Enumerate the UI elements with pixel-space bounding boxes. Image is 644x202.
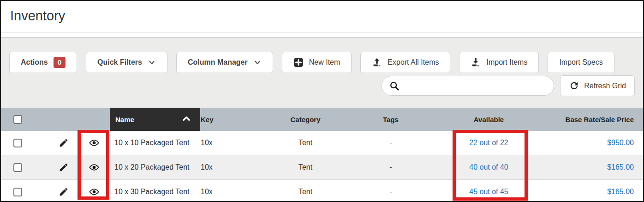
refresh-grid-button[interactable]: Refresh Grid — [560, 75, 635, 96]
cell-key: 10x — [200, 131, 259, 155]
row-select-cell — [1, 155, 49, 180]
actions-count-badge: 0 — [54, 57, 66, 68]
view-eye-icon[interactable] — [89, 187, 99, 197]
title-bar: Inventory — [1, 1, 643, 33]
column-manager-label: Column Manager — [188, 58, 248, 67]
import-specs-button[interactable]: Import Specs — [548, 52, 614, 73]
quick-filters-label: Quick Filters — [97, 58, 142, 67]
column-header-name[interactable]: Name — [110, 108, 200, 131]
page-title: Inventory — [10, 8, 65, 23]
row-edit-cell — [49, 131, 78, 155]
import-items-label: Import Items — [486, 58, 527, 67]
price-link[interactable]: $165.00 — [607, 188, 634, 196]
column-header-name-label: Name — [115, 116, 134, 123]
sort-ascending-icon — [182, 114, 191, 123]
row-view-cell — [78, 131, 110, 155]
plus-square-icon — [293, 57, 304, 67]
cell-category: Tent — [259, 180, 352, 202]
column-manager-button[interactable]: Column Manager — [176, 52, 273, 73]
view-eye-icon[interactable] — [89, 138, 99, 148]
column-header-tags[interactable]: Tags — [352, 108, 430, 131]
download-icon — [471, 57, 481, 67]
actions-button[interactable]: Actions 0 — [9, 52, 77, 73]
edit-pencil-icon[interactable] — [59, 138, 69, 148]
cell-tags: - — [352, 180, 430, 202]
search-row: Refresh Grid — [9, 75, 635, 96]
search-input[interactable] — [404, 81, 547, 91]
available-link[interactable]: 40 out of 40 — [469, 163, 508, 171]
table-row: 10 x 30 Packaged Tent 10x Tent - 45 out … — [1, 180, 643, 202]
row-view-cell — [78, 155, 110, 180]
actions-button-label: Actions — [21, 58, 48, 67]
column-header-category[interactable]: Category — [259, 108, 352, 131]
cell-tags: - — [352, 131, 430, 155]
cell-name: 10 x 20 Packaged Tent — [110, 155, 200, 180]
row-view-cell — [78, 180, 110, 202]
row-edit-cell — [49, 155, 78, 180]
quick-filters-button[interactable]: Quick Filters — [86, 52, 167, 73]
row-select-cell — [1, 131, 49, 155]
column-header-price[interactable]: Base Rate/Sale Price — [548, 108, 643, 131]
new-item-button[interactable]: New Item — [282, 52, 352, 73]
table-header-row: Name Key Category Tags Available Base Ra… — [1, 108, 643, 131]
cell-name: 10 x 10 Packaged Tent — [110, 131, 200, 155]
upload-icon — [372, 57, 382, 67]
row-checkbox[interactable] — [13, 188, 22, 196]
edit-pencil-icon[interactable] — [59, 162, 69, 172]
export-all-items-button[interactable]: Export All Items — [360, 52, 450, 73]
cell-price: $165.00 — [548, 180, 643, 202]
refresh-icon — [569, 80, 579, 91]
select-all-checkbox[interactable] — [13, 115, 22, 124]
export-all-items-label: Export All Items — [388, 58, 439, 67]
spacer — [1, 33, 643, 37]
cell-available: 45 out of 45 — [430, 180, 548, 202]
cell-category: Tent — [259, 131, 352, 155]
row-edit-cell — [49, 180, 78, 202]
toolbar-button-row: Actions 0 Quick Filters Column Manager N… — [9, 52, 635, 73]
new-item-label: New Item — [309, 58, 340, 67]
select-all-header — [1, 108, 49, 131]
column-header-available[interactable]: Available — [430, 108, 548, 131]
inventory-table: Name Key Category Tags Available Base Ra… — [1, 108, 643, 202]
search-icon — [389, 81, 400, 91]
chevron-down-icon — [148, 58, 156, 67]
cell-tags: - — [352, 155, 430, 180]
view-eye-icon[interactable] — [89, 162, 99, 172]
cell-name: 10 x 30 Packaged Tent — [110, 180, 200, 202]
import-items-button[interactable]: Import Items — [459, 52, 539, 73]
import-specs-label: Import Specs — [559, 58, 602, 67]
price-link[interactable]: $950.00 — [607, 139, 634, 147]
row-checkbox[interactable] — [13, 163, 22, 172]
view-column-header — [78, 108, 110, 131]
available-link[interactable]: 45 out of 45 — [469, 188, 508, 196]
cell-price: $950.00 — [548, 131, 643, 155]
price-link[interactable]: $165.00 — [607, 163, 634, 171]
search-box[interactable] — [382, 76, 554, 96]
table-row: 10 x 20 Packaged Tent 10x Tent - 40 out … — [1, 155, 643, 180]
column-header-key[interactable]: Key — [200, 108, 259, 131]
cell-available: 40 out of 40 — [430, 155, 548, 180]
cell-price: $165.00 — [548, 155, 643, 180]
table-row: 10 x 10 Packaged Tent 10x Tent - 22 out … — [1, 131, 643, 155]
edit-pencil-icon[interactable] — [59, 187, 69, 197]
available-link[interactable]: 22 out of 22 — [469, 139, 508, 147]
cell-key: 10x — [200, 155, 259, 180]
cell-key: 10x — [200, 180, 259, 202]
toolbar-panel: Actions 0 Quick Filters Column Manager N… — [1, 37, 643, 108]
inventory-page: { "page": { "title": "Inventory" }, "too… — [0, 0, 644, 202]
edit-column-header — [49, 108, 78, 131]
cell-category: Tent — [259, 155, 352, 180]
cell-available: 22 out of 22 — [430, 131, 548, 155]
row-checkbox[interactable] — [13, 139, 22, 147]
row-select-cell — [1, 180, 49, 202]
refresh-grid-label: Refresh Grid — [584, 82, 626, 90]
chevron-down-icon — [253, 58, 262, 67]
